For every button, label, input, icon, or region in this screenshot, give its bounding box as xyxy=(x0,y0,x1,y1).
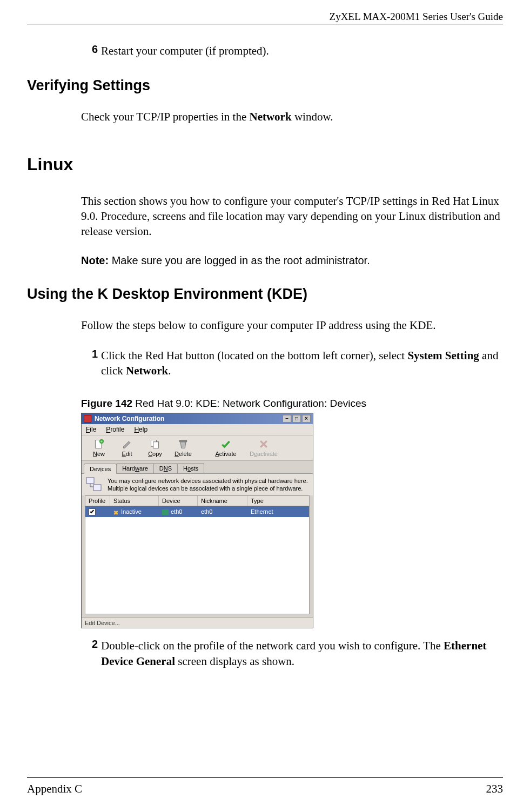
minimize-button[interactable]: – xyxy=(283,415,291,422)
footer-page-number: 233 xyxy=(486,782,504,796)
tab-dns[interactable]: DNS xyxy=(153,463,178,473)
activate-button[interactable]: Activate xyxy=(207,438,245,458)
delete-icon xyxy=(177,439,189,449)
step-2: 2 Double-click on the profile of the net… xyxy=(89,638,503,669)
note: Note: Make sure you are logged in as the… xyxy=(81,254,503,267)
deactivate-button: Deactivate xyxy=(245,438,283,458)
kde-titlebar[interactable]: Network Configuration – □ × xyxy=(82,413,313,424)
cell-status: ✖Inactive xyxy=(110,508,159,515)
text-fragment: Double-click on the profile of the netwo… xyxy=(101,639,444,652)
kde-paragraph: Follow the steps below to configure your… xyxy=(81,318,503,333)
cell-type: Ethernet xyxy=(247,508,309,515)
description-text: You may configure network devices associ… xyxy=(108,477,308,493)
cell-profile: ✔ xyxy=(85,508,110,515)
tab-hosts[interactable]: Hosts xyxy=(177,463,204,473)
inactive-icon: ✖ xyxy=(113,509,119,515)
step-number: 6 xyxy=(89,43,101,58)
header-guide-title: ZyXEL MAX-200M1 Series User's Guide xyxy=(27,11,503,23)
footer-rule xyxy=(27,777,503,778)
text-fragment: . xyxy=(168,364,171,377)
profile-checkbox[interactable]: ✔ xyxy=(89,508,96,515)
step-text: Restart your computer (if prompted). xyxy=(101,43,503,58)
header-rule xyxy=(27,24,503,24)
menu-help[interactable]: Help xyxy=(134,426,147,433)
cell-nickname: eth0 xyxy=(198,508,247,515)
step-number: 2 xyxy=(89,638,101,669)
linux-paragraph: This section shows you how to configure … xyxy=(81,193,503,239)
verify-paragraph: Check your TCP/IP properties in the Netw… xyxy=(81,109,503,124)
figure-label: Figure 142 xyxy=(81,398,135,409)
col-device[interactable]: Device xyxy=(159,496,198,506)
kde-network-config-window: Network Configuration – □ × File Profile… xyxy=(81,413,313,629)
heading-linux: Linux xyxy=(27,155,503,175)
svg-text:+: + xyxy=(100,439,103,444)
copy-button[interactable]: Copy xyxy=(141,438,169,458)
bold-network: Network xyxy=(249,110,291,123)
footer-appendix: Appendix C xyxy=(27,782,82,796)
kde-description: You may configure network devices associ… xyxy=(82,474,313,496)
page-footer: Appendix C 233 xyxy=(27,777,503,796)
window-title: Network Configuration xyxy=(95,415,283,422)
kde-device-table: Profile Status Device Nickname Type ✔ ✖I… xyxy=(85,495,310,614)
edit-icon xyxy=(121,439,133,449)
table-row[interactable]: ✔ ✖Inactive eth0 eth0 Ethernet xyxy=(85,506,309,517)
text-fragment: window. xyxy=(292,110,333,123)
table-header: Profile Status Device Nickname Type xyxy=(85,496,309,506)
delete-button[interactable]: Delete xyxy=(169,438,197,458)
tab-hardware[interactable]: Hardware xyxy=(116,463,154,473)
app-icon xyxy=(84,415,91,422)
ethernet-icon xyxy=(162,509,169,515)
kde-statusbar: Edit Device... xyxy=(82,618,313,628)
menu-profile[interactable]: Profile xyxy=(106,426,124,433)
step-1: 1 Click the Red Hat button (located on t… xyxy=(89,348,503,379)
col-profile[interactable]: Profile xyxy=(85,496,110,506)
col-type[interactable]: Type xyxy=(247,496,309,506)
bold-system-setting: System Setting xyxy=(407,349,479,362)
new-button[interactable]: + New xyxy=(85,438,113,458)
col-status[interactable]: Status xyxy=(110,496,159,506)
step-number: 1 xyxy=(89,348,101,379)
step-text: Double-click on the profile of the netwo… xyxy=(101,638,503,669)
note-text: Make sure you are logged in as the root … xyxy=(109,254,370,266)
kde-tabs: Devices Hardware DNS Hosts xyxy=(82,461,313,474)
bold-network: Network xyxy=(126,364,168,377)
step-text: Click the Red Hat button (located on the… xyxy=(101,348,503,379)
activate-icon xyxy=(220,439,232,449)
kde-toolbar: + New Edit Copy Delete Activate xyxy=(82,435,313,461)
cell-device: eth0 xyxy=(159,508,198,515)
kde-menubar: File Profile Help xyxy=(82,424,313,435)
svg-rect-4 xyxy=(153,442,159,448)
text-fragment: Click the Red Hat button (located on the… xyxy=(101,349,407,362)
copy-icon xyxy=(149,439,161,449)
close-button[interactable]: × xyxy=(302,415,311,422)
devices-icon xyxy=(86,477,103,492)
text-fragment: Check your TCP/IP properties in the xyxy=(81,110,249,123)
col-nickname[interactable]: Nickname xyxy=(198,496,247,506)
new-icon: + xyxy=(93,439,105,449)
note-label: Note: xyxy=(81,254,109,266)
step-6: 6 Restart your computer (if prompted). xyxy=(89,43,503,58)
svg-rect-5 xyxy=(179,440,186,442)
edit-button[interactable]: Edit xyxy=(113,438,141,458)
heading-kde: Using the K Desktop Environment (KDE) xyxy=(27,286,503,303)
heading-verifying-settings: Verifying Settings xyxy=(27,77,503,94)
figure-caption-text: Red Hat 9.0: KDE: Network Configuration:… xyxy=(135,398,366,409)
tab-devices[interactable]: Devices xyxy=(84,464,117,474)
text-fragment: screen displays as shown. xyxy=(175,655,294,668)
maximize-button[interactable]: □ xyxy=(292,415,301,422)
figure-caption: Figure 142 Red Hat 9.0: KDE: Network Con… xyxy=(81,398,503,410)
svg-rect-6 xyxy=(86,478,94,484)
deactivate-icon xyxy=(258,439,270,449)
svg-rect-7 xyxy=(93,485,101,491)
menu-file[interactable]: File xyxy=(86,426,96,433)
